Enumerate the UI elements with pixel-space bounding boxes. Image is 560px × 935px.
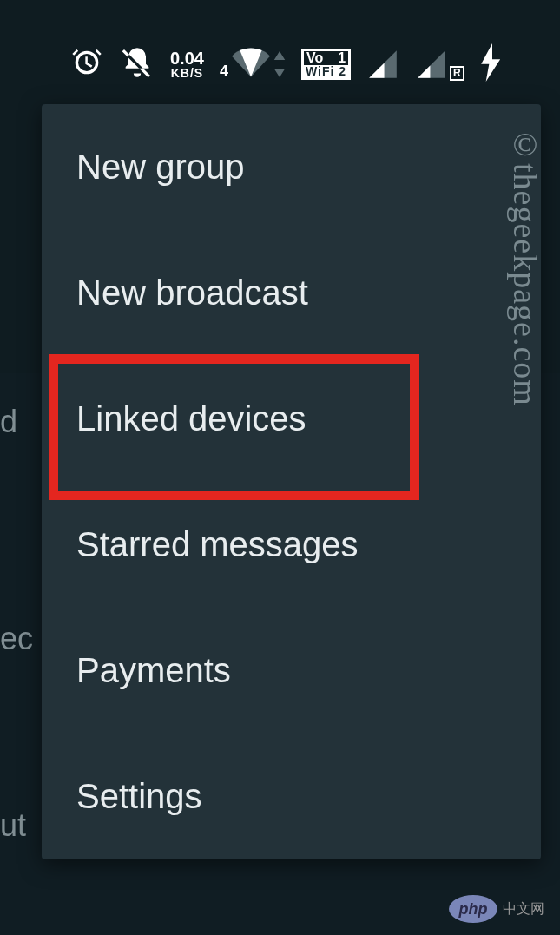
wifi-indicator: 4: [220, 48, 286, 81]
roaming-badge: R: [450, 66, 464, 81]
menu-item-linked-devices[interactable]: Linked devices: [42, 356, 541, 482]
net-speed-unit: KB/S: [171, 67, 203, 79]
signal-sim1: [366, 48, 399, 81]
watermark-bottom: php 中文网: [449, 895, 544, 923]
options-dropdown-menu: New group New broadcast Linked devices S…: [42, 104, 541, 859]
signal-sim2: R: [415, 48, 464, 81]
alarm-icon: [69, 45, 104, 83]
php-logo: php: [449, 895, 497, 923]
network-speed-indicator: 0.04 KB/S: [170, 49, 204, 79]
menu-item-new-group[interactable]: New group: [42, 104, 541, 230]
menu-item-starred-messages[interactable]: Starred messages: [42, 482, 541, 608]
menu-item-payments[interactable]: Payments: [42, 608, 541, 734]
menu-item-label: Starred messages: [76, 525, 359, 563]
php-site-text: 中文网: [503, 900, 544, 919]
menu-item-label: Linked devices: [76, 399, 306, 438]
menu-item-label: Payments: [76, 651, 231, 689]
notifications-muted-icon: [120, 45, 155, 83]
net-speed-value: 0.04: [170, 49, 204, 67]
menu-item-new-broadcast[interactable]: New broadcast: [42, 230, 541, 356]
screen: 0.04 KB/S 4 Vo 1 WiFi 2 R: [0, 0, 560, 935]
bg-text-fragment-1: d: [0, 404, 17, 440]
status-bar: 0.04 KB/S 4 Vo 1 WiFi 2 R: [0, 0, 560, 102]
menu-item-settings[interactable]: Settings: [42, 734, 541, 859]
vowifi-sim-number: 1: [338, 51, 346, 65]
updown-arrows-icon: [273, 51, 286, 81]
menu-item-label: New group: [76, 148, 244, 186]
wifi-icon: [232, 48, 270, 81]
vowifi-label: WiFi 2: [304, 65, 348, 77]
menu-item-label: Settings: [76, 777, 202, 815]
bg-text-fragment-2: ec: [0, 621, 33, 657]
wifi-band-label: 4: [220, 63, 228, 81]
vowifi-badge: Vo 1 WiFi 2: [301, 49, 351, 80]
bg-text-fragment-3: ut: [0, 807, 26, 844]
charging-icon: [480, 43, 504, 85]
watermark-side: ©thegeekpage.com: [506, 126, 544, 406]
menu-item-label: New broadcast: [76, 273, 308, 312]
vowifi-vo: Vo: [306, 51, 323, 65]
